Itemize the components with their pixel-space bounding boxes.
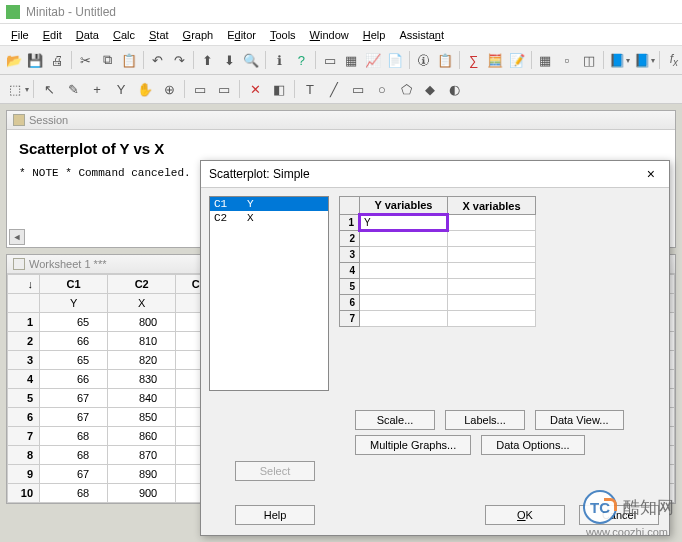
help-button[interactable]: Help [235, 505, 315, 525]
hand-icon[interactable]: ✋ [134, 78, 156, 100]
menu-data[interactable]: Data [69, 27, 106, 43]
info-icon[interactable]: 🛈 [414, 49, 434, 71]
worksheet-title: Worksheet 1 *** [29, 258, 106, 270]
cut-icon[interactable]: ✂ [76, 49, 96, 71]
x-var-cell[interactable] [448, 279, 536, 295]
session-icon[interactable]: ▭ [320, 49, 340, 71]
x-icon[interactable]: ✕ [244, 78, 266, 100]
history-icon[interactable]: 📋 [435, 49, 455, 71]
cmd-icon[interactable]: ∑ [464, 49, 484, 71]
y-var-cell[interactable]: Y [360, 215, 448, 231]
save-icon[interactable]: 💾 [26, 49, 46, 71]
scale-button[interactable]: Scale... [355, 410, 435, 430]
scatterplot-dialog: Scatterplot: Simple × C1 YC2 X Y variabl… [200, 160, 670, 536]
y-var-cell[interactable] [360, 231, 448, 247]
corner-cell[interactable]: ↓ [8, 275, 40, 294]
add-icon[interactable]: + [86, 78, 108, 100]
select-tool-icon[interactable]: ⬚ [4, 78, 26, 100]
menu-edit[interactable]: Edit [36, 27, 69, 43]
shape-icon[interactable]: ◐ [443, 78, 465, 100]
data-options-button[interactable]: Data Options... [481, 435, 584, 455]
workspace: Session Scatterplot of Y vs X * NOTE * C… [0, 104, 682, 542]
y-var-cell[interactable] [360, 247, 448, 263]
variables-grid[interactable]: Y variables X variables 1Y234567 [339, 196, 536, 327]
select-button[interactable]: Select [235, 461, 315, 481]
col-c2[interactable]: C2 [108, 275, 176, 294]
x-var-cell[interactable] [448, 231, 536, 247]
doc2-icon[interactable]: 📘 [632, 49, 652, 71]
close-icon[interactable]: × [641, 166, 661, 182]
find-icon[interactable]: 🔍 [241, 49, 261, 71]
app-title: Minitab - Untitled [26, 5, 116, 19]
data-view-button[interactable]: Data View... [535, 410, 624, 430]
subhead-y[interactable]: Y [40, 294, 108, 313]
open-icon[interactable]: 📂 [4, 49, 24, 71]
ok-button[interactable]: OK [485, 505, 565, 525]
poly-icon[interactable]: ⬠ [395, 78, 417, 100]
watermark: TC 酷知网 [583, 490, 674, 524]
x-var-cell[interactable] [448, 295, 536, 311]
text-icon[interactable]: T [299, 78, 321, 100]
redo-icon[interactable]: ↷ [169, 49, 189, 71]
menu-assistant[interactable]: Assistant [392, 27, 451, 43]
region2-icon[interactable]: ▭ [213, 78, 235, 100]
graph-icon[interactable]: 📈 [363, 49, 383, 71]
menu-calc[interactable]: Calc [106, 27, 142, 43]
pointer-icon[interactable]: ↖ [38, 78, 60, 100]
x-var-cell[interactable] [448, 263, 536, 279]
paste-icon[interactable]: 📋 [119, 49, 139, 71]
x-var-cell[interactable] [448, 215, 536, 231]
menu-file[interactable]: File [4, 27, 36, 43]
crosshair-icon[interactable]: ⊕ [158, 78, 180, 100]
list-item[interactable]: C1 Y [210, 197, 328, 211]
ref-icon[interactable]: ◧ [268, 78, 290, 100]
fx-label: fx [670, 52, 678, 68]
y-var-cell[interactable] [360, 279, 448, 295]
x-variables-header: X variables [448, 197, 536, 215]
report-icon[interactable]: 📄 [385, 49, 405, 71]
menu-editor[interactable]: Editor [220, 27, 263, 43]
x-var-cell[interactable] [448, 311, 536, 327]
dialog-title: Scatterplot: Simple [209, 167, 310, 181]
labels-button[interactable]: Labels... [445, 410, 525, 430]
nav-fwd-icon[interactable]: ⬇ [220, 49, 240, 71]
menu-window[interactable]: Window [303, 27, 356, 43]
col-c1[interactable]: C1 [40, 275, 108, 294]
brush-icon[interactable]: ✎ [62, 78, 84, 100]
arrange-icon[interactable]: ◫ [579, 49, 599, 71]
i-icon[interactable]: ℹ [270, 49, 290, 71]
scroll-left-icon[interactable]: ◄ [9, 229, 25, 245]
undo-icon[interactable]: ↶ [148, 49, 168, 71]
copy-icon[interactable]: ⧉ [98, 49, 118, 71]
dialog-title-bar[interactable]: Scatterplot: Simple × [201, 161, 669, 188]
rect-icon[interactable]: ▭ [347, 78, 369, 100]
menu-stat[interactable]: Stat [142, 27, 176, 43]
circle-icon[interactable]: ○ [371, 78, 393, 100]
marker-icon[interactable]: ◆ [419, 78, 441, 100]
menu-tools[interactable]: Tools [263, 27, 303, 43]
nav-back-icon[interactable]: ⬆ [198, 49, 218, 71]
note-icon[interactable]: 📝 [507, 49, 527, 71]
multiple-graphs-button[interactable]: Multiple Graphs... [355, 435, 471, 455]
menu-help[interactable]: Help [356, 27, 393, 43]
line-icon[interactable]: ╱ [323, 78, 345, 100]
print-icon[interactable]: 🖨 [47, 49, 67, 71]
project-icon[interactable]: ▦ [536, 49, 556, 71]
worksheet-icon[interactable]: ▦ [342, 49, 362, 71]
close-win-icon[interactable]: ▫ [557, 49, 577, 71]
y-var-cell[interactable] [360, 263, 448, 279]
variable-list[interactable]: C1 YC2 X [209, 196, 329, 391]
region-icon[interactable]: ▭ [189, 78, 211, 100]
y-var-cell[interactable] [360, 311, 448, 327]
doc-icon[interactable]: 📘 [607, 49, 627, 71]
calc-icon[interactable]: 🧮 [485, 49, 505, 71]
help-icon[interactable]: ? [291, 49, 311, 71]
toolbar-main: 📂 💾 🖨 ✂ ⧉ 📋 ↶ ↷ ⬆ ⬇ 🔍 ℹ ? ▭ ▦ 📈 📄 🛈 📋 ∑ … [0, 46, 682, 75]
x-var-cell[interactable] [448, 247, 536, 263]
y-axis-icon[interactable]: Y [110, 78, 132, 100]
subhead-x[interactable]: X [108, 294, 176, 313]
list-item[interactable]: C2 X [210, 211, 328, 225]
y-var-cell[interactable] [360, 295, 448, 311]
menu-graph[interactable]: Graph [176, 27, 221, 43]
session-title-bar[interactable]: Session [7, 111, 675, 130]
